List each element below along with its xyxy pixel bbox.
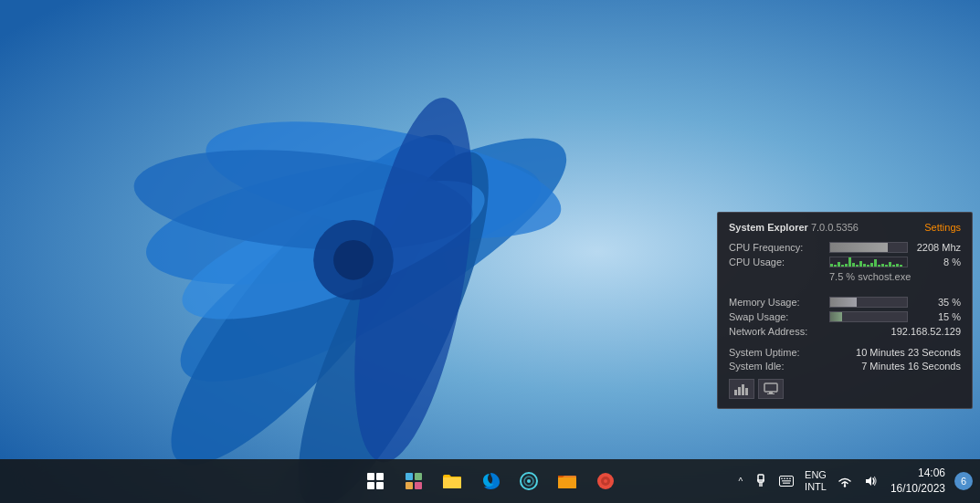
clock-time: 14:06 bbox=[918, 466, 945, 481]
tray-power-icon[interactable] bbox=[750, 470, 772, 492]
svg-rect-19 bbox=[415, 473, 422, 480]
svg-point-40 bbox=[844, 485, 846, 487]
tray-volume-icon[interactable] bbox=[859, 470, 881, 492]
memory-usage-value: 35 % bbox=[913, 297, 961, 308]
svg-rect-16 bbox=[769, 392, 773, 393]
system-explorer-widget: System Explorer 7.0.0.5356 Settings CPU … bbox=[717, 212, 973, 409]
clock-display[interactable]: 14:06 16/10/2023 bbox=[885, 464, 951, 498]
folder-icon bbox=[557, 473, 577, 489]
svg-rect-15 bbox=[764, 383, 777, 392]
start-button[interactable] bbox=[357, 463, 394, 499]
taskbar-cortana-button[interactable] bbox=[511, 463, 547, 499]
swap-usage-row: Swap Usage: 15 % bbox=[729, 311, 961, 322]
system-idle-row: System Idle: 7 Minutes 16 Seconds bbox=[729, 361, 961, 372]
widget-monitor-icon[interactable] bbox=[758, 379, 784, 399]
edge-icon bbox=[480, 471, 501, 491]
svg-rect-36 bbox=[786, 478, 788, 480]
network-address-row: Network Address: 192.168.52.129 bbox=[729, 326, 961, 337]
svg-rect-35 bbox=[784, 478, 785, 480]
tray-network-icon[interactable] bbox=[834, 470, 856, 492]
swap-usage-bar bbox=[829, 311, 908, 322]
clock-date: 16/10/2023 bbox=[890, 481, 945, 497]
svg-rect-11 bbox=[734, 390, 737, 395]
cpu-usage-label: CPU Usage: bbox=[729, 257, 829, 267]
memory-usage-label: Memory Usage: bbox=[729, 297, 829, 308]
widget-chart-icon[interactable] bbox=[729, 379, 754, 399]
widget-bottom-icons bbox=[729, 379, 961, 399]
svg-rect-12 bbox=[738, 387, 741, 395]
taskbar-explorer-button[interactable] bbox=[434, 463, 470, 499]
widget-divider-2 bbox=[729, 340, 961, 347]
svg-rect-18 bbox=[406, 473, 413, 480]
widget-header: System Explorer 7.0.0.5356 Settings bbox=[729, 222, 961, 233]
svg-rect-14 bbox=[745, 388, 748, 395]
taskbar-widgets-button[interactable] bbox=[395, 463, 432, 499]
desktop: System Explorer 7.0.0.5356 Settings CPU … bbox=[0, 0, 980, 503]
taskbar-center bbox=[357, 463, 624, 499]
svg-rect-37 bbox=[789, 478, 791, 480]
swap-usage-value: 15 % bbox=[913, 311, 961, 322]
system-idle-label: System Idle: bbox=[729, 361, 785, 372]
taskbar-folder-button[interactable] bbox=[549, 463, 585, 499]
svg-rect-32 bbox=[759, 482, 763, 487]
svg-point-30 bbox=[604, 479, 607, 483]
notification-badge[interactable]: 6 bbox=[954, 472, 973, 490]
svg-rect-20 bbox=[406, 482, 413, 489]
cpu-frequency-label: CPU Frequency: bbox=[729, 242, 829, 253]
swap-usage-bar-fill bbox=[830, 312, 842, 321]
cpu-frequency-value: 2208 Mhz bbox=[913, 242, 961, 253]
network-address-label: Network Address: bbox=[729, 326, 807, 337]
cpu-frequency-bar bbox=[829, 242, 908, 253]
svg-rect-34 bbox=[781, 478, 783, 480]
memory-usage-row: Memory Usage: 35 % bbox=[729, 297, 961, 308]
svg-rect-22 bbox=[443, 477, 461, 488]
svg-rect-38 bbox=[782, 480, 791, 482]
svg-point-25 bbox=[527, 479, 531, 483]
taskbar-red-app-button[interactable] bbox=[587, 463, 624, 499]
taskbar-right: ^ bbox=[734, 464, 973, 498]
svg-rect-31 bbox=[758, 475, 764, 482]
widget-settings-link[interactable]: Settings bbox=[924, 222, 961, 233]
taskbar-edge-button[interactable] bbox=[472, 463, 509, 499]
svg-rect-13 bbox=[742, 384, 744, 395]
cortana-icon bbox=[519, 471, 539, 491]
svg-rect-27 bbox=[558, 477, 576, 488]
system-uptime-row: System Uptime: 10 Minutes 23 Seconds bbox=[729, 347, 961, 358]
cpu-frequency-row: CPU Frequency: 2208 Mhz bbox=[729, 242, 961, 253]
language-indicator[interactable]: ENG INTL bbox=[801, 467, 830, 495]
widget-divider-1 bbox=[729, 289, 961, 297]
show-hidden-icons-button[interactable]: ^ bbox=[734, 473, 746, 490]
cpu-frequency-bar-fill bbox=[830, 243, 888, 252]
tray-keyboard-icon[interactable] bbox=[775, 470, 797, 492]
red-app-icon bbox=[595, 471, 616, 491]
cpu-usage-bar bbox=[829, 257, 908, 267]
system-idle-value: 7 Minutes 16 Seconds bbox=[861, 361, 961, 372]
file-explorer-icon bbox=[442, 473, 462, 489]
widgets-icon bbox=[405, 472, 423, 490]
system-uptime-label: System Uptime: bbox=[729, 347, 800, 358]
svg-rect-39 bbox=[783, 483, 790, 485]
network-address-value: 192.168.52.129 bbox=[891, 326, 961, 337]
system-uptime-value: 10 Minutes 23 Seconds bbox=[856, 347, 961, 358]
memory-usage-bar-fill bbox=[830, 298, 857, 307]
taskbar: ^ bbox=[0, 459, 980, 503]
swap-usage-label: Swap Usage: bbox=[729, 311, 829, 322]
cpu-process-info: 7.5 % svchost.exe bbox=[829, 271, 961, 282]
svg-point-10 bbox=[333, 240, 374, 280]
svg-rect-21 bbox=[415, 482, 422, 489]
cpu-usage-value: 8 % bbox=[913, 257, 961, 267]
widget-title: System Explorer 7.0.0.5356 bbox=[729, 222, 859, 233]
svg-rect-17 bbox=[767, 393, 775, 394]
cpu-usage-row: CPU Usage: bbox=[729, 257, 961, 267]
memory-usage-bar bbox=[829, 297, 908, 308]
windows-logo-icon bbox=[367, 473, 384, 489]
